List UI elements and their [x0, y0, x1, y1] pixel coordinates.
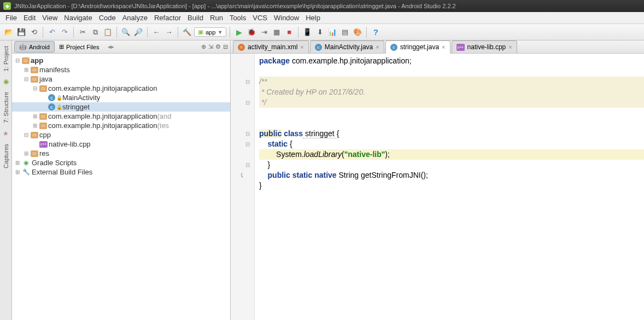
gradle-icon: ◉ [22, 159, 31, 167]
panel-nav-arrows[interactable]: ◂▸ [103, 42, 119, 52]
tree-app[interactable]: ⊟▭app [12, 56, 230, 65]
tree-native-lib[interactable]: c++native-lib.cpp [12, 139, 230, 149]
target-icon[interactable]: ⊕ [201, 43, 206, 50]
build-variants-icon[interactable]: ◉ [2, 78, 10, 85]
tree-cpp[interactable]: ⊟▭cpp [12, 130, 230, 139]
gear-icon[interactable]: ⚙ [215, 43, 221, 50]
package-icon: ▭ [39, 113, 47, 120]
tab-activity-main[interactable]: ◊activity_main.xml× [233, 40, 309, 53]
tree-java[interactable]: ⊟▭java [12, 74, 230, 84]
divider [298, 27, 298, 38]
tree-package-androidtest[interactable]: ⊞▭com.example.hp.jnitojarapplication (an… [12, 112, 230, 121]
line-gutter: ⊟ ⊟ ⊟ ⊟ ⊟ [231, 54, 255, 320]
redo-icon[interactable]: ↷ [59, 27, 70, 38]
layout-icon[interactable]: ▤ [339, 27, 350, 38]
tree-res[interactable]: ⊞▭res [12, 149, 230, 158]
gutter-structure[interactable]: 7: Structure [2, 89, 10, 126]
fold-icon[interactable]: ⊟ [245, 139, 250, 149]
tab-native-lib[interactable]: c++native-lib.cpp× [452, 40, 517, 53]
gutter-project[interactable]: 1: Project [2, 43, 10, 74]
cpp-icon: c++ [456, 44, 465, 51]
tree-package-main[interactable]: ⊟▭com.example.hp.jnitojarapplication [12, 84, 230, 93]
menu-help[interactable]: Help [302, 13, 324, 23]
gutter-captures[interactable]: Captures [2, 141, 10, 172]
close-icon[interactable]: × [442, 44, 445, 50]
tree-gradle-scripts[interactable]: ⊞◉Gradle Scripts [12, 158, 230, 167]
tree-external-build[interactable]: ⊞🔧External Build Files [12, 167, 230, 177]
divider [366, 27, 367, 38]
main-toolbar: 📂 💾 ⟲ ↶ ↷ ✂ ⧉ 📋 🔍 🔎 ← → 🔨 ▣ app ▼ ▶ 🐞 ⇥ … [0, 24, 644, 40]
coverage-icon[interactable]: ▦ [271, 27, 282, 38]
menu-refactor[interactable]: Refactor [151, 13, 184, 23]
theme-icon[interactable]: 🎨 [352, 27, 363, 38]
window-titlebar: ◆ JNItoJarApplication - [D:\Android\work… [0, 0, 644, 12]
menu-window[interactable]: Window [271, 13, 302, 23]
fold-icon[interactable]: ⊟ [245, 77, 250, 87]
panel-tab-android[interactable]: 🤖 Android [14, 41, 55, 53]
dropdown-icon: ▼ [218, 30, 223, 35]
tree-mainactivity[interactable]: c🔒MainActivity [12, 93, 230, 102]
tree-package-test[interactable]: ⊞▭com.example.hp.jnitojarapplication (te… [12, 121, 230, 130]
menu-view[interactable]: View [39, 13, 61, 23]
menu-tools[interactable]: Tools [226, 13, 249, 23]
panel-tab-files[interactable]: ⊞ Project Files [55, 42, 104, 52]
attach-icon[interactable]: ⇥ [259, 27, 270, 38]
menu-build[interactable]: Build [184, 13, 207, 23]
menu-edit[interactable]: Edit [20, 13, 39, 23]
window-title: JNItoJarApplication - [D:\Android\worksp… [14, 3, 456, 9]
close-icon[interactable]: × [300, 44, 303, 50]
collapse-icon[interactable]: ⇲ [208, 43, 213, 50]
menu-run[interactable]: Run [207, 13, 226, 23]
favorites-icon[interactable]: ★ [2, 130, 10, 137]
undo-icon[interactable]: ↶ [46, 27, 57, 38]
fold-icon[interactable]: ⊟ [245, 129, 250, 139]
code-editor[interactable]: ⊟ ⊟ ⊟ ⊟ ⊟ package com.example.hp.jnitoja… [231, 54, 644, 320]
divider [116, 27, 117, 38]
find-icon[interactable]: 🔍 [120, 27, 131, 38]
make-icon[interactable]: 🔨 [182, 27, 192, 38]
fold-icon[interactable]: ⊟ [245, 97, 250, 108]
menu-analyze[interactable]: Analyze [119, 13, 151, 23]
forward-icon[interactable]: → [163, 27, 174, 38]
wrench-icon: 🔧 [22, 168, 31, 177]
avd-icon[interactable]: 📱 [302, 27, 313, 38]
replace-icon[interactable]: 🔎 [133, 27, 144, 38]
run-config-selector[interactable]: ▣ app ▼ [194, 27, 226, 37]
copy-icon[interactable]: ⧉ [90, 27, 101, 38]
divider [43, 27, 43, 38]
tab-mainactivity[interactable]: cMainActivity.java× [310, 40, 384, 53]
menu-file[interactable]: File [2, 13, 20, 23]
stop-icon[interactable]: ■ [284, 27, 295, 38]
hide-icon[interactable]: ⊟ [223, 43, 228, 50]
close-icon[interactable]: × [508, 44, 512, 50]
override-icon[interactable]: ⤹ [239, 170, 244, 181]
menu-navigate[interactable]: Navigate [61, 13, 95, 23]
run-icon[interactable]: ▶ [233, 27, 244, 38]
save-icon[interactable]: 💾 [16, 27, 27, 38]
app-logo-icon: ◆ [3, 2, 11, 10]
folder-icon: ▭ [31, 150, 38, 157]
paste-icon[interactable]: 📋 [102, 27, 113, 38]
tree-stringget[interactable]: c🔒stringget [12, 102, 230, 112]
debug-icon[interactable]: 🐞 [246, 27, 257, 38]
cut-icon[interactable]: ✂ [77, 27, 88, 38]
monitor-icon[interactable]: 📊 [327, 27, 338, 38]
project-panel: 🤖 Android ⊞ Project Files ◂▸ ⊕ ⇲ ⚙ ⊟ ⊟▭a… [12, 40, 231, 320]
tree-manifests[interactable]: ⊞▭manifests [12, 65, 230, 74]
sdk-icon[interactable]: ⬇ [314, 27, 325, 38]
java-icon: c [390, 44, 397, 51]
code-body[interactable]: package com.example.hp.jnitojarapplicati… [255, 54, 644, 320]
menu-vcs[interactable]: VCS [249, 13, 271, 23]
class-icon: c [48, 103, 55, 110]
folder-icon: ▭ [31, 67, 38, 73]
project-tree: ⊟▭app ⊞▭manifests ⊟▭java ⊟▭com.example.h… [12, 54, 230, 179]
menu-code[interactable]: Code [96, 13, 119, 23]
open-icon[interactable]: 📂 [3, 27, 14, 38]
fold-icon[interactable]: ⊟ [245, 160, 250, 170]
run-target-label: app [206, 29, 215, 36]
tab-stringget[interactable]: cstringget.java× [385, 40, 450, 54]
close-icon[interactable]: × [376, 44, 379, 50]
back-icon[interactable]: ← [151, 27, 162, 38]
help-icon[interactable]: ? [370, 27, 381, 38]
sync-icon[interactable]: ⟲ [28, 27, 39, 38]
